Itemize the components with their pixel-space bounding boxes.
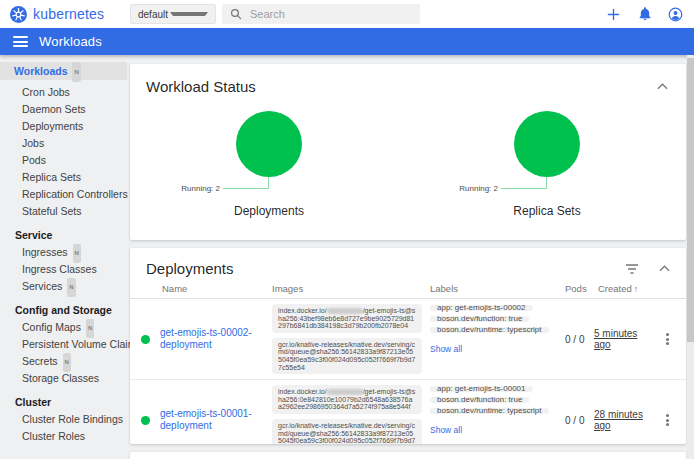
image-text: index.docker.io/ (278, 307, 327, 314)
top-bar: kubernetes default (0, 0, 694, 28)
scrollbar-thumb[interactable] (687, 58, 694, 342)
sidebar-item-workloads[interactable]: WorkloadsN (0, 62, 127, 80)
brand-text: kubernetes (33, 6, 104, 22)
column-header-pods[interactable]: Pods (558, 283, 594, 294)
table-row: get-emojis-ts-00001-deployment index.doc… (130, 380, 686, 444)
created-timestamp[interactable]: 28 minutes ago (594, 409, 656, 431)
sidebar-item-label: Persistent Volume Claims (22, 338, 142, 350)
sidebar-item-persistent-volume-claims[interactable]: Persistent Volume ClaimsN (0, 336, 127, 353)
label-chip: app: get-emojis-ts-00001 (430, 386, 533, 392)
legend-connector-line (501, 177, 547, 189)
pie-slice-running (514, 111, 580, 177)
app-bar: Workloads (0, 28, 694, 55)
namespace-selector[interactable]: default (130, 4, 216, 24)
image-chip: index.docker.io//get-emojis-ts@sha256:0e… (272, 385, 422, 414)
label-chip: boson.dev/runtime: typescript (430, 408, 549, 414)
labels-cell: app: get-emojis-ts-00002 boson.dev/funct… (430, 299, 558, 379)
column-header-images[interactable]: Images (272, 283, 430, 294)
legend-running-count: Running: 2 (181, 184, 220, 193)
search-input[interactable] (250, 8, 400, 20)
sidebar-item-stateful-sets[interactable]: Stateful Sets (0, 203, 127, 220)
sidebar-item-ingress-classes[interactable]: Ingress Classes (0, 261, 127, 278)
pie-slice-running (236, 111, 302, 177)
sidebar-item-replica-sets[interactable]: Replica Sets (0, 169, 127, 186)
legend-running-count: Running: 2 (459, 184, 498, 193)
search-box[interactable] (222, 4, 420, 24)
row-menu-kebab-icon[interactable] (663, 410, 672, 431)
sidebar-item-label: Secrets (22, 355, 58, 367)
show-all-link[interactable]: Show all (430, 425, 462, 435)
sidebar-item-storage-classes[interactable]: Storage Classes (0, 370, 127, 387)
column-header-created[interactable]: Created ↑ (594, 283, 656, 294)
notifications-bell-icon[interactable] (636, 6, 653, 23)
namespaced-badge: N (67, 278, 75, 297)
create-resource-button[interactable] (605, 6, 622, 23)
label-chip: app: get-emojis-ts-00002 (430, 305, 533, 311)
row-menu-kebab-icon[interactable] (663, 328, 672, 349)
workload-status-title: Workload Status (146, 78, 655, 95)
sidebar-item-cluster-roles[interactable]: Cluster Roles (0, 428, 127, 445)
pods-cell: 0 / 0 (558, 299, 594, 379)
sidebar-nav: WorkloadsN Cron Jobs Daemon Sets Deploym… (0, 55, 127, 459)
sidebar-item-daemon-sets[interactable]: Daemon Sets (0, 101, 127, 118)
image-text: index.docker.io/ (278, 388, 327, 395)
column-header-label: Created (598, 283, 632, 294)
labels-cell: app: get-emojis-ts-00001 boson.dev/funct… (430, 380, 558, 444)
table-header-row: Name Images Labels Pods Created ↑ (130, 283, 686, 299)
deployment-name-link[interactable]: get-emojis-ts-00001-deployment (160, 408, 272, 432)
sidebar-item-replication-controllers[interactable]: Replication Controllers (0, 186, 127, 203)
kubernetes-logo-icon (10, 6, 27, 23)
chevron-down-icon (170, 12, 208, 16)
table-row: get-emojis-ts-00002-deployment index.doc… (130, 299, 686, 380)
column-header-name[interactable]: Name (160, 283, 272, 294)
sidebar-item-jobs[interactable]: Jobs (0, 135, 127, 152)
sidebar-item-label: Services (22, 280, 62, 292)
sidebar-section-cluster: Cluster (0, 394, 127, 411)
sidebar-item-deployments[interactable]: Deployments (0, 118, 127, 135)
deployments-title: Deployments (146, 260, 623, 277)
pods-cell: 0 / 0 (558, 380, 594, 444)
search-icon (230, 8, 242, 20)
scrollbar-track[interactable] (687, 55, 694, 459)
chart-title: Replica Sets (408, 204, 686, 218)
redacted-registry-user (327, 308, 363, 314)
images-cell: index.docker.io//get-emojis-ts@sha256:43… (272, 299, 430, 379)
deployment-name-link[interactable]: get-emojis-ts-00002-deployment (160, 327, 272, 351)
sidebar-item-cron-jobs[interactable]: Cron Jobs (0, 84, 127, 101)
deployments-card: Deployments Name (130, 248, 686, 444)
show-all-link[interactable]: Show all (430, 344, 462, 354)
page-title: Workloads (39, 34, 102, 49)
sidebar-item-ingresses[interactable]: IngressesN (0, 244, 127, 261)
created-timestamp[interactable]: 5 minutes ago (594, 328, 656, 350)
collapse-chevron-up-icon[interactable] (655, 81, 670, 92)
sidebar-item-services[interactable]: ServicesN (0, 278, 127, 295)
image-chip: gcr.io/knative-releases/knative.dev/serv… (272, 419, 422, 444)
image-chip: index.docker.io//get-emojis-ts@sha256:43… (272, 304, 422, 333)
images-cell: index.docker.io//get-emojis-ts@sha256:0e… (272, 380, 430, 444)
legend-connector-line (223, 177, 269, 189)
user-avatar-icon[interactable] (667, 6, 684, 23)
kubernetes-logo-link[interactable]: kubernetes (10, 6, 104, 23)
namespaced-badge: N (72, 62, 80, 82)
collapse-chevron-up-icon[interactable] (657, 263, 672, 274)
sidebar-item-pods[interactable]: Pods (0, 152, 127, 169)
replica-sets-pie-chart: Running: 2 Replica Sets (408, 109, 686, 231)
workload-status-card: Workload Status Running: 2 Deployments R… (130, 64, 686, 240)
sidebar-item-label: Config Maps (22, 321, 81, 333)
status-cell (130, 380, 160, 444)
sidebar-section-service: Service (0, 227, 127, 244)
namespace-value: default (138, 9, 170, 20)
filter-icon[interactable] (623, 262, 641, 276)
sidebar-item-config-maps[interactable]: Config MapsN (0, 319, 127, 336)
column-header-labels[interactable]: Labels (430, 283, 558, 294)
status-running-icon (141, 416, 150, 425)
image-text: gcr.io/knative-releases/knative.dev/serv… (278, 341, 415, 371)
image-chip: gcr.io/knative-releases/knative.dev/serv… (272, 338, 422, 374)
sort-ascending-arrow-icon: ↑ (634, 284, 639, 294)
menu-hamburger-icon[interactable] (13, 34, 28, 50)
sidebar-item-secrets[interactable]: SecretsN (0, 353, 127, 370)
deployments-pie-chart: Running: 2 Deployments (130, 109, 408, 231)
chart-title: Deployments (130, 204, 408, 218)
sidebar-item-cluster-role-bindings[interactable]: Cluster Role Bindings (0, 411, 127, 428)
label-chip: boson.dev/function: true (430, 397, 529, 403)
